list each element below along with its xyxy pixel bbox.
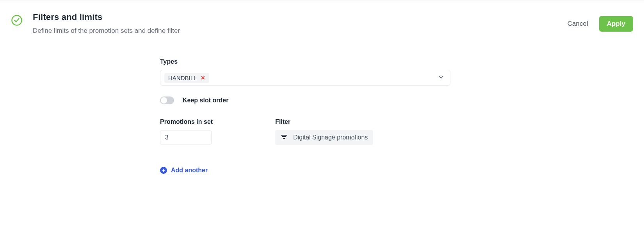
check-circle-icon	[11, 14, 23, 28]
page-title: Filters and limits	[33, 12, 568, 22]
header-actions: Cancel Apply	[568, 16, 633, 32]
cancel-button[interactable]: Cancel	[568, 20, 588, 28]
keep-slot-order-row: Keep slot order	[160, 96, 457, 104]
chip-remove-icon[interactable]: ✕	[201, 75, 205, 80]
types-select[interactable]: HANDBILL ✕	[160, 70, 450, 86]
promotions-in-set-label: Promotions in set	[160, 118, 213, 125]
types-chip: HANDBILL ✕	[164, 73, 209, 83]
filter-icon	[281, 133, 288, 142]
add-another-button[interactable]: Add another	[160, 167, 208, 174]
add-another-label: Add another	[171, 167, 208, 174]
keep-slot-order-toggle[interactable]	[160, 96, 174, 104]
types-chip-label: HANDBILL	[168, 75, 197, 81]
header-titles: Filters and limits Define limits of the …	[33, 12, 568, 35]
form-area: Types HANDBILL ✕ Keep slot order Promoti…	[160, 58, 457, 174]
promotions-in-set-column: Promotions in set	[160, 118, 213, 145]
promotions-in-set-input[interactable]	[160, 130, 212, 145]
types-label: Types	[160, 58, 457, 65]
keep-slot-order-label: Keep slot order	[183, 97, 228, 104]
filter-column: Filter Digital Signage promotions	[275, 118, 373, 145]
toggle-knob	[161, 97, 167, 104]
filter-value: Digital Signage promotions	[293, 134, 368, 141]
settings-columns: Promotions in set Filter Digital Signage…	[160, 118, 457, 145]
filter-chip[interactable]: Digital Signage promotions	[275, 130, 373, 145]
apply-button[interactable]: Apply	[599, 16, 633, 32]
filter-label: Filter	[275, 118, 373, 125]
page-subtitle: Define limits of the promotion sets and …	[33, 27, 568, 35]
chevron-down-icon	[438, 74, 444, 81]
header-row: Filters and limits Define limits of the …	[0, 0, 644, 35]
plus-circle-icon	[160, 167, 167, 174]
